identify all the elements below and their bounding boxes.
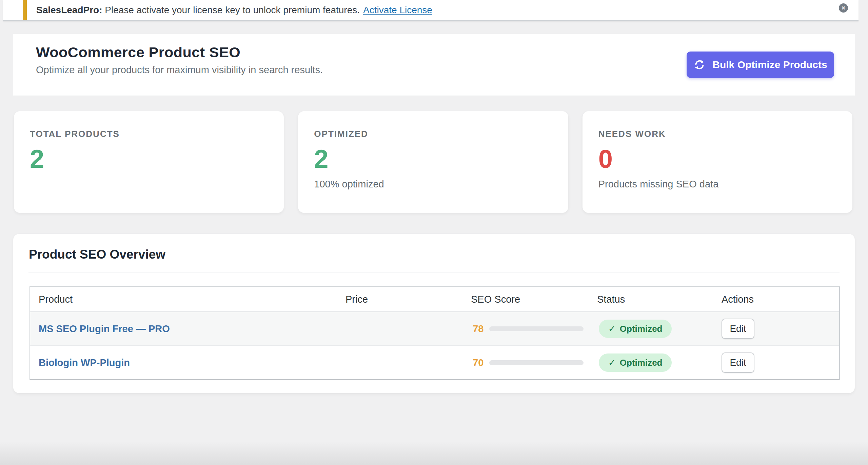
stat-subtext: Products missing SEO data [598,179,852,190]
status-label: Optimized [620,358,663,368]
seo-score-value: 70 [473,357,484,368]
edit-button[interactable]: Edit [722,352,754,373]
page-header: WooCommerce Product SEO Optimize all you… [13,34,855,96]
seo-score-cell: 70 [471,357,597,368]
stat-card-total-products: TOTAL PRODUCTS 2 [14,111,284,213]
seo-score-value: 78 [473,323,484,335]
page-subtitle: Optimize all your products for maximum v… [36,64,323,76]
bulk-optimize-label: Bulk Optimize Products [712,59,827,70]
stat-card-optimized: OPTIMIZED 2 100% optimized [298,111,568,213]
notice-message: Please activate your license key to unlo… [102,5,360,16]
page-title: WooCommerce Product SEO [36,44,240,61]
stat-card-needs-work: NEEDS WORK 0 Products missing SEO data [583,111,852,213]
check-icon: ✓ [608,358,616,368]
stat-label: NEEDS WORK [598,129,852,139]
notice-warning-accent-bar [23,0,27,20]
table-row: MS SEO Plugin Free — PRO 78 ✓ Optimized … [30,312,839,345]
stat-label: TOTAL PRODUCTS [30,129,284,139]
product-seo-overview-panel: Product SEO Overview Product Price SEO S… [13,234,855,393]
divider [28,272,840,273]
seo-score-progress-bar [489,326,584,331]
stat-value: 2 [314,145,568,173]
panel-heading: Product SEO Overview [29,247,165,262]
bottom-shadow [0,441,868,465]
notice-brand: SalesLeadPro: [36,5,102,16]
edit-button[interactable]: Edit [722,319,754,339]
stat-value: 2 [30,145,284,173]
status-badge: ✓ Optimized [599,353,672,372]
column-header-price: Price [346,294,471,305]
stats-row: TOTAL PRODUCTS 2 OPTIMIZED 2 100% optimi… [14,111,852,213]
seo-score-progress-bar [489,360,584,365]
stat-label: OPTIMIZED [314,129,568,139]
notice-dismiss-icon[interactable]: ✕ [839,3,848,13]
license-notice: SalesLeadPro: Please activate your licen… [3,0,859,21]
check-icon: ✓ [608,324,616,334]
column-header-product: Product [30,294,346,305]
column-header-actions: Actions [722,294,839,305]
status-label: Optimized [620,324,663,334]
table-row: Biologin WP-Plugin 70 ✓ Optimized Edit [30,345,839,379]
stat-subtext [30,179,284,189]
product-link[interactable]: MS SEO Plugin Free — PRO [39,323,170,334]
bulk-optimize-button[interactable]: Bulk Optimize Products [687,52,834,78]
activate-license-link[interactable]: Activate License [363,5,432,16]
stat-subtext: 100% optimized [314,179,568,190]
product-seo-table: Product Price SEO Score Status Actions M… [29,286,840,380]
sync-icon [693,59,706,71]
column-header-seo-score: SEO Score [471,294,597,305]
stat-value: 0 [598,145,852,173]
table-header-row: Product Price SEO Score Status Actions [30,287,839,312]
status-badge: ✓ Optimized [599,320,672,338]
seo-score-cell: 78 [471,323,597,335]
notice-text: SalesLeadPro: Please activate your licen… [36,0,432,20]
product-link[interactable]: Biologin WP-Plugin [39,357,130,368]
column-header-status: Status [597,294,722,305]
